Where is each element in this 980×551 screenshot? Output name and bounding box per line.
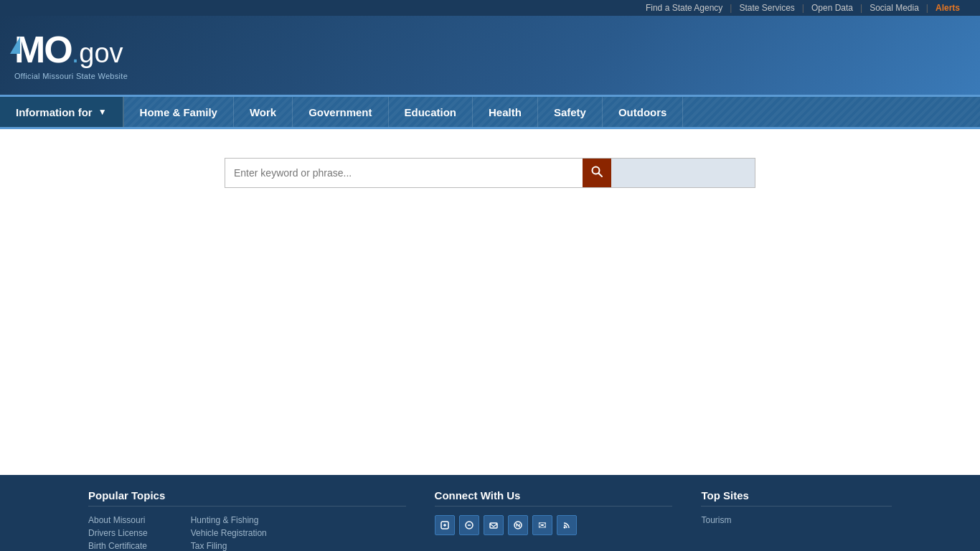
footer-links-col1: About Missouri Drivers License Birth Cer…: [88, 515, 148, 551]
topsites-tourism[interactable]: Tourism: [701, 515, 892, 525]
connect-title: Connect With Us: [435, 489, 673, 507]
nav-health[interactable]: Health: [473, 97, 538, 127]
svg-line-1: [599, 174, 603, 177]
header: MO.gov Official Missouri State Website: [0, 16, 980, 95]
footer-link-birth[interactable]: Birth Certificate: [88, 541, 148, 551]
nav-government[interactable]: Government: [293, 97, 388, 127]
logo-text: MO.gov: [14, 31, 123, 69]
logo-dot: .: [72, 38, 80, 69]
footer-topsites: Top Sites Tourism: [701, 489, 892, 551]
search-row: [0, 129, 980, 202]
nav-work[interactable]: Work: [234, 97, 293, 127]
nav-arrow-icon: ▼: [98, 107, 107, 117]
connect-icon-2[interactable]: [459, 515, 479, 535]
logo-area[interactable]: MO.gov Official Missouri State Website: [14, 31, 128, 80]
nav-info-for[interactable]: Information for ▼: [0, 97, 124, 127]
nav-safety[interactable]: Safety: [538, 97, 603, 127]
footer-link-drivers[interactable]: Drivers License: [88, 528, 148, 538]
footer: Popular Topics About Missouri Drivers Li…: [0, 475, 980, 551]
logo-mo: MO: [14, 31, 72, 68]
sep3: |: [859, 3, 864, 13]
footer-inner: Popular Topics About Missouri Drivers Li…: [60, 489, 920, 551]
topsites-title: Top Sites: [701, 489, 892, 507]
search-input[interactable]: [225, 159, 583, 187]
sep1: |: [728, 3, 733, 13]
footer-popular-topics: Popular Topics About Missouri Drivers Li…: [88, 489, 406, 551]
nav-outdoors[interactable]: Outdoors: [603, 97, 684, 127]
svg-point-6: [563, 527, 565, 529]
logo-tagline: Official Missouri State Website: [14, 72, 128, 80]
svg-rect-4: [490, 523, 497, 528]
connect-icon-3[interactable]: [484, 515, 504, 535]
connect-icon-4[interactable]: [508, 515, 528, 535]
logo-gov: gov: [79, 38, 123, 69]
find-agency-link[interactable]: Find a State Agency: [640, 3, 728, 13]
footer-link-hunting[interactable]: Hunting & Fishing: [191, 515, 267, 525]
social-media-link[interactable]: Social Media: [864, 3, 925, 13]
search-right-panel: [611, 159, 755, 187]
logo-triangle-icon: [10, 37, 20, 54]
footer-links: About Missouri Drivers License Birth Cer…: [88, 515, 406, 551]
connect-icons: ✉: [435, 515, 673, 535]
nav-bar: Information for ▼ Home & Family Work Gov…: [0, 95, 980, 129]
nav-home-family[interactable]: Home & Family: [124, 97, 234, 127]
search-container: [225, 158, 755, 188]
footer-link-about[interactable]: About Missouri: [88, 515, 148, 525]
popular-topics-title: Popular Topics: [88, 489, 406, 507]
connect-icon-rss[interactable]: [557, 515, 577, 535]
connect-icon-1[interactable]: [435, 515, 455, 535]
open-data-link[interactable]: Open Data: [806, 3, 859, 13]
sep2: |: [801, 3, 806, 13]
footer-link-tax[interactable]: Tax Filing: [191, 541, 267, 551]
alerts-link[interactable]: Alerts: [930, 3, 966, 13]
search-icon: [590, 165, 603, 181]
sep4: |: [925, 3, 930, 13]
footer-link-vehicle[interactable]: Vehicle Registration: [191, 528, 267, 538]
footer-connect: Connect With Us: [435, 489, 673, 551]
state-services-link[interactable]: State Services: [733, 3, 800, 13]
connect-icon-email[interactable]: ✉: [532, 515, 552, 535]
search-button[interactable]: [583, 159, 611, 187]
top-bar: Find a State Agency | State Services | O…: [0, 0, 980, 16]
footer-links-col2: Hunting & Fishing Vehicle Registration T…: [191, 515, 267, 551]
main-content: [0, 202, 980, 475]
nav-education[interactable]: Education: [389, 97, 473, 127]
